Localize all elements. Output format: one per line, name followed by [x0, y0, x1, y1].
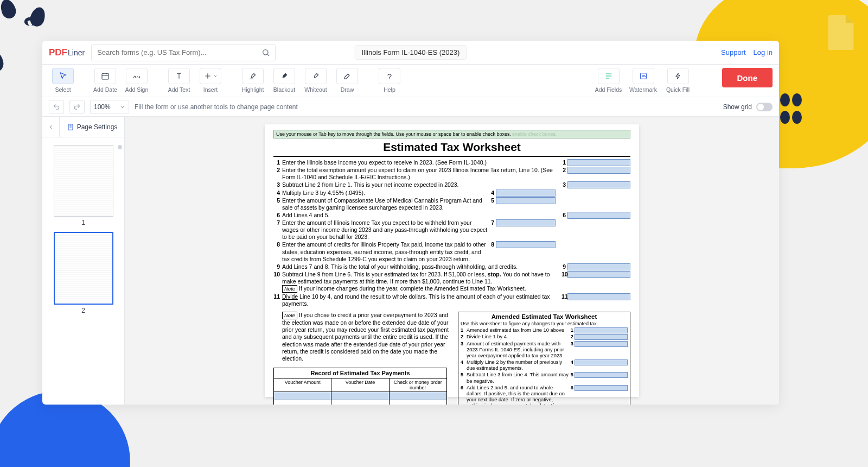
- rec-cell[interactable]: [274, 400, 331, 405]
- support-link[interactable]: Support: [721, 48, 746, 56]
- top-links: Support Log in: [721, 48, 773, 56]
- chevron-down-icon: [120, 104, 125, 110]
- bg-navy-shapes-right: [779, 92, 803, 127]
- login-link[interactable]: Log in: [754, 48, 773, 56]
- rec-cell[interactable]: [274, 392, 331, 400]
- svg-rect-1: [102, 73, 108, 79]
- field-7[interactable]: [496, 219, 556, 226]
- zoom-select[interactable]: 100%: [90, 100, 129, 114]
- question-icon: ?: [387, 72, 392, 81]
- sidebar-collapse-button[interactable]: [42, 117, 60, 137]
- field-9[interactable]: [567, 263, 630, 270]
- amend-field-3[interactable]: [575, 341, 628, 347]
- field-8[interactable]: [496, 241, 556, 248]
- amend-field-2[interactable]: [575, 334, 628, 340]
- search-wrap: [91, 44, 276, 61]
- tool-quick-fill[interactable]: Quick Fill: [662, 68, 694, 93]
- page-settings-button[interactable]: Page Settings: [60, 123, 124, 131]
- tool-add-sign[interactable]: Add Sign: [123, 68, 151, 93]
- amend-field-6[interactable]: [575, 385, 628, 391]
- redo-icon: [73, 103, 81, 111]
- tool-add-text[interactable]: Add Text: [165, 68, 193, 93]
- tool-add-fields[interactable]: Add Fields: [593, 68, 624, 93]
- sidebar: Page Settings 1 2: [42, 117, 125, 405]
- field-3[interactable]: [567, 181, 630, 188]
- subbar: 100% Fill the form or use another tools …: [42, 97, 779, 117]
- toolbar: Select Add Date Add Sign Add Text Insert: [42, 65, 779, 97]
- document-title: Illinois Form IL-1040-ES (2023): [355, 45, 467, 60]
- watermark-icon: [639, 72, 648, 80]
- thumb-label-2: 2: [47, 307, 120, 314]
- svg-point-0: [263, 49, 268, 54]
- amended-worksheet: Amended Estimated Tax Worksheet Use this…: [458, 312, 630, 405]
- record-table: Record of Estimated Tax Payments Voucher…: [273, 368, 447, 405]
- fields-icon: [604, 72, 613, 80]
- brush-icon: [343, 72, 352, 80]
- rec-cell[interactable]: [331, 400, 389, 405]
- tool-insert[interactable]: Insert: [196, 68, 225, 93]
- page-title: Estimated Tax Worksheet: [273, 141, 630, 154]
- app-window: PDFLiner Illinois Form IL-1040-ES (2023)…: [42, 41, 779, 405]
- undo-button[interactable]: [49, 100, 64, 114]
- page-settings-icon: [67, 123, 74, 131]
- tool-help[interactable]: ? Help: [375, 68, 404, 93]
- field-5[interactable]: [496, 197, 556, 204]
- done-button[interactable]: Done: [722, 68, 773, 87]
- show-grid-label: Show grid: [723, 103, 752, 111]
- sidebar-head: Page Settings: [42, 117, 124, 137]
- thumb-page-2[interactable]: [54, 232, 113, 305]
- scroll-indicator: [118, 145, 122, 149]
- canvas[interactable]: Use your mouse or Tab key to move throug…: [125, 117, 779, 405]
- rec-cell[interactable]: [390, 400, 446, 405]
- highlighter-icon: [248, 72, 257, 80]
- field-4[interactable]: [496, 190, 556, 197]
- logo: PDFLiner: [49, 47, 85, 58]
- bolt-icon: [674, 72, 682, 80]
- tool-blackout[interactable]: Blackout: [270, 68, 298, 93]
- body: Page Settings 1 2 Use your mouse or Tab …: [42, 117, 779, 405]
- pdf-page: Use your mouse or Tab key to move throug…: [265, 124, 639, 397]
- thumb-page-1[interactable]: [54, 145, 113, 217]
- text-icon: [175, 72, 183, 80]
- signature-icon: [132, 72, 141, 80]
- field-6[interactable]: [567, 212, 630, 219]
- chevron-down-icon: [213, 74, 218, 78]
- field-1[interactable]: [567, 159, 630, 166]
- thumb-label-1: 1: [47, 219, 120, 226]
- field-11[interactable]: [567, 293, 630, 300]
- redo-button[interactable]: [69, 100, 85, 114]
- bg-pdf-icon: [825, 14, 857, 52]
- topbar: PDFLiner Illinois Form IL-1040-ES (2023)…: [42, 41, 779, 65]
- tool-watermark[interactable]: Watermark: [628, 68, 659, 93]
- rec-cell[interactable]: [331, 392, 389, 400]
- amend-field-4[interactable]: [575, 359, 628, 365]
- rec-cell[interactable]: [390, 392, 446, 400]
- tool-select[interactable]: Select: [49, 68, 77, 93]
- search-icon: [261, 48, 270, 57]
- plus-icon: [203, 72, 212, 80]
- amend-field-5[interactable]: [575, 372, 628, 378]
- field-2[interactable]: [567, 167, 630, 174]
- show-grid-toggle[interactable]: [756, 103, 773, 111]
- whiteout-icon: [311, 72, 320, 80]
- undo-icon: [53, 103, 60, 111]
- tool-highlight[interactable]: Highlight: [239, 68, 267, 93]
- subbar-hint: Fill the form or use another tools to ch…: [135, 103, 298, 111]
- instruction-bar: Use your mouse or Tab key to move throug…: [273, 130, 630, 138]
- blackout-icon: [280, 72, 289, 80]
- thumbnails: 1 2: [42, 137, 124, 405]
- tool-add-date[interactable]: Add Date: [91, 68, 119, 93]
- field-10[interactable]: [567, 271, 630, 278]
- tool-whiteout[interactable]: Whiteout: [302, 68, 330, 93]
- tool-draw[interactable]: Draw: [333, 68, 361, 93]
- chevron-left-icon: [48, 124, 54, 130]
- search-input[interactable]: [91, 44, 276, 61]
- amend-field-1[interactable]: [575, 327, 628, 333]
- cursor-icon: [59, 72, 67, 80]
- calendar-icon: [101, 72, 110, 80]
